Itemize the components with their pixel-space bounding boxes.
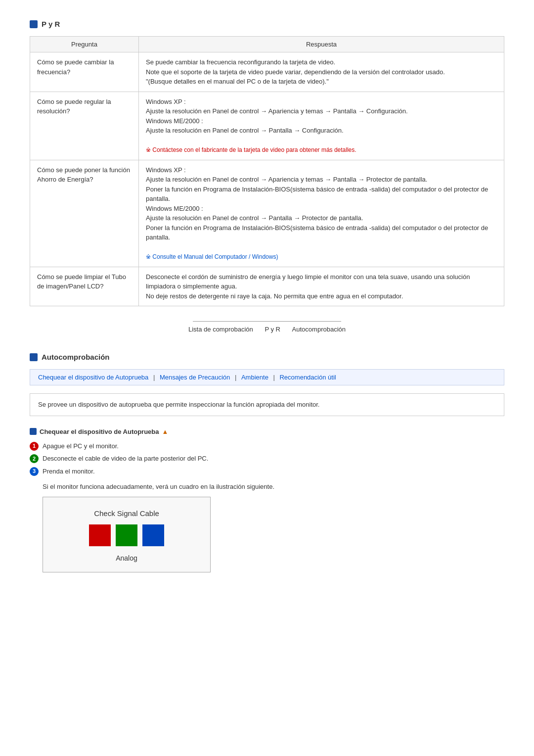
auto-header: Autocomprobación	[30, 353, 504, 361]
auto-section: Autocomprobación Chequear el dispositivo…	[30, 353, 504, 572]
table-row: Cómo se puede limpiar el Tubo de imagen/…	[30, 267, 504, 306]
signal-block-green	[116, 524, 137, 546]
table-row: Cómo se puede poner la función Ahorro de…	[30, 160, 504, 267]
auto-icon	[30, 353, 38, 361]
step-number: 1	[30, 442, 39, 451]
sub-section-header: Chequear el dispositivo de Autoprueba ▲	[30, 428, 504, 435]
qa-table: Pregunta Respuesta Cómo se puede cambiar…	[30, 36, 504, 306]
steps-list: 1Apague el PC y el monitor.2Desconecte e…	[30, 441, 504, 476]
signal-block-red	[89, 524, 111, 546]
auto-title: Autocomprobación	[42, 353, 110, 361]
sub-icon	[30, 428, 37, 435]
list-item: 1Apague el PC y el monitor.	[30, 441, 504, 451]
answer-cell: Windows XP :Ajuste la resolución en Pane…	[139, 160, 504, 267]
link-ambiente[interactable]: Ambiente	[241, 374, 268, 381]
info-box: Se provee un dispositivo de autoprueba q…	[30, 393, 504, 416]
nav-lista[interactable]: Lista de comprobación	[188, 326, 253, 333]
warning-icon: ▲	[162, 428, 169, 435]
list-item: 3Prenda el monitor.	[30, 467, 504, 476]
answer-cell: Se puede cambiar la frecuencia reconfigu…	[139, 52, 504, 92]
question-cell: Cómo se puede regular la resolución?	[30, 92, 139, 160]
step-number: 3	[30, 467, 39, 476]
table-row: Cómo se puede regular la resolución?Wind…	[30, 92, 504, 160]
step-number: 2	[30, 454, 39, 463]
list-item: 2Desconecte el cable de video de la part…	[30, 454, 504, 464]
signal-blocks	[53, 524, 200, 546]
table-row: Cómo se puede cambiar la frecuencia?Se p…	[30, 52, 504, 92]
question-cell: Cómo se puede cambiar la frecuencia?	[30, 52, 139, 92]
step-text: Prenda el monitor.	[43, 467, 95, 476]
bottom-nav: Lista de comprobación P y R Autocomproba…	[30, 321, 504, 333]
answer-cell: Desconecte el cordón de suministro de en…	[139, 267, 504, 306]
step-text: Apague el PC y el monitor.	[43, 441, 119, 451]
link-bar: Chequear el dispositivo de Autoprueba | …	[30, 369, 504, 385]
answer-cell: Windows XP :Ajuste la resolución en Pane…	[139, 92, 504, 160]
link-chequear[interactable]: Chequear el dispositivo de Autoprueba	[38, 374, 148, 381]
signal-block-blue	[142, 524, 164, 546]
question-cell: Cómo se puede limpiar el Tubo de imagen/…	[30, 267, 139, 306]
pyr-header: P y R	[30, 20, 504, 28]
col-question: Pregunta	[30, 37, 139, 52]
step-note: Si el monitor funciona adecuadamente, ve…	[43, 482, 504, 492]
step-text: Desconecte el cable de video de la parte…	[43, 454, 208, 464]
nav-auto[interactable]: Autocomprobación	[292, 326, 346, 333]
signal-box: Check Signal Cable Analog	[43, 497, 211, 572]
pyr-title: P y R	[42, 20, 60, 28]
pyr-icon	[30, 20, 38, 28]
signal-title: Check Signal Cable	[53, 509, 200, 518]
col-answer: Respuesta	[139, 37, 504, 52]
nav-pyr[interactable]: P y R	[265, 326, 280, 333]
sub-title: Chequear el dispositivo de Autoprueba	[40, 428, 159, 435]
info-text: Se provee un dispositivo de autoprueba q…	[38, 401, 319, 408]
question-cell: Cómo se puede poner la función Ahorro de…	[30, 160, 139, 267]
signal-analog: Analog	[53, 554, 200, 562]
link-mensajes[interactable]: Mensajes de Precaución	[160, 374, 230, 381]
link-recomendacion[interactable]: Recomendación útil	[279, 374, 336, 381]
